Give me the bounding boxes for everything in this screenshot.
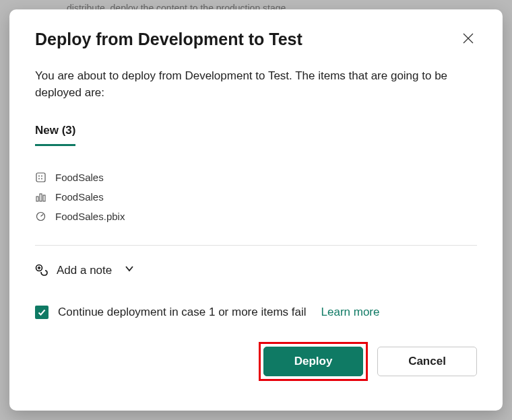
chevron-down-icon xyxy=(124,263,135,277)
close-icon xyxy=(462,32,474,44)
modal-title: Deploy from Development to Test xyxy=(35,30,302,49)
item-name: FoodSales xyxy=(55,191,104,203)
tab-new[interactable]: New (3) xyxy=(35,124,75,146)
tabs: New (3) xyxy=(35,124,477,146)
svg-rect-8 xyxy=(40,194,42,201)
items-list: FoodSales FoodSales FoodSales.pbix xyxy=(35,168,477,226)
continue-on-fail-checkbox[interactable] xyxy=(35,306,49,319)
dataset-icon xyxy=(35,172,46,183)
dashboard-icon xyxy=(35,211,46,222)
deploy-modal: Deploy from Development to Test You are … xyxy=(9,9,503,411)
continue-on-fail-row: Continue deployment in case 1 or more it… xyxy=(35,306,477,319)
svg-rect-7 xyxy=(36,197,38,201)
item-name: FoodSales xyxy=(55,172,104,183)
svg-point-4 xyxy=(41,176,42,177)
svg-rect-9 xyxy=(43,195,45,201)
item-name: FoodSales.pbix xyxy=(55,211,125,222)
svg-rect-2 xyxy=(36,173,45,182)
list-item: FoodSales xyxy=(35,168,477,187)
note-icon xyxy=(35,264,49,277)
svg-point-6 xyxy=(41,178,42,180)
modal-footer: Deploy Cancel xyxy=(35,342,477,381)
deploy-button[interactable]: Deploy xyxy=(263,347,363,376)
continue-on-fail-label: Continue deployment in case 1 or more it… xyxy=(58,306,307,319)
add-note-toggle[interactable]: Add a note xyxy=(35,263,477,277)
learn-more-link[interactable]: Learn more xyxy=(321,306,380,319)
modal-description: You are about to deploy from Development… xyxy=(35,68,477,101)
list-item: FoodSales.pbix xyxy=(35,207,477,226)
close-button[interactable] xyxy=(459,30,477,47)
check-icon xyxy=(37,308,46,317)
divider xyxy=(35,245,477,246)
svg-point-3 xyxy=(38,176,40,177)
list-item: FoodSales xyxy=(35,187,477,207)
modal-header: Deploy from Development to Test xyxy=(35,30,477,49)
cancel-button[interactable]: Cancel xyxy=(377,347,477,376)
report-icon xyxy=(35,192,46,203)
svg-point-5 xyxy=(38,178,40,180)
deploy-highlight: Deploy xyxy=(259,342,368,381)
add-note-label: Add a note xyxy=(57,264,112,277)
